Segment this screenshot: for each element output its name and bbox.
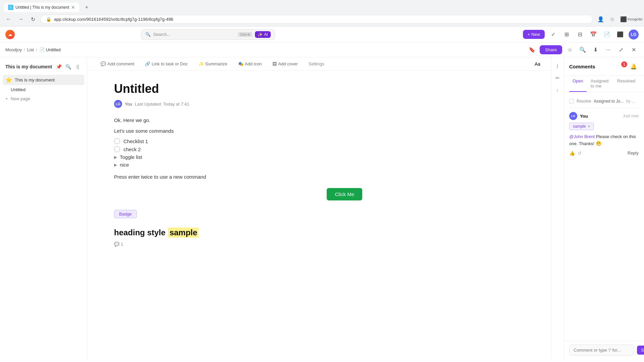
comments-title: Comments [569,64,595,69]
more-options-icon[interactable]: ··· [603,45,613,55]
bookmark-icon[interactable]: 🔖 [527,45,537,55]
forward-button[interactable]: → [16,14,25,24]
sidebar: This is my document 📌 🔍 ⟨| ⭐ This is my … [0,57,87,359]
breadcrumb-section[interactable]: List [27,47,34,52]
lock-icon: 🔒 [46,17,51,22]
summarize-label: Summarize [205,61,227,66]
close-doc-icon[interactable]: ✕ [629,45,639,55]
toggle-arrow-1[interactable]: ▶ [114,155,117,160]
header-search[interactable]: 🔍 Search... Ctrl+K ✨ AI [141,29,275,40]
summarize-button[interactable]: ✨ Summarize [196,60,230,68]
last-updated: Last Updated: Today at 7:41 [135,102,189,107]
sample-tag[interactable]: sample ▾ [569,123,594,130]
comments-header-icons: 1 🔔 [621,61,639,71]
new-tab-button[interactable]: + [82,3,91,12]
link-to-task-button[interactable]: 🔗 Link to task or Doc [142,60,191,68]
avatar[interactable]: LG [629,29,639,40]
add-comment-button[interactable]: 💬 Add comment [98,60,137,68]
sample-tag-dropdown[interactable]: ▾ [588,124,590,129]
doc-area: 💬 Add comment 🔗 Link to task or Doc ✨ Su… [87,57,551,359]
toggle-label-1: Toggle list [120,154,142,160]
react-icon[interactable]: ↺ [578,150,582,156]
comment-input[interactable] [569,345,634,356]
star-icon[interactable]: ☆ [607,14,617,24]
checkbox-2[interactable] [114,146,120,152]
extensions-icon[interactable]: ⬛ [619,14,629,24]
settings-button[interactable]: Settings [306,60,327,68]
doc-heading: heading style sample [114,228,362,238]
comment-text: @John Brent Please check on this one. Th… [569,133,639,147]
comment-actions: 👍 ↺ Reply [569,150,639,156]
ai-badge[interactable]: ✨ AI [255,31,270,38]
app-logo[interactable]: ☁ [5,30,15,39]
comments-header: Comments 1 🔔 [564,57,644,76]
reply-button[interactable]: Reply [628,150,639,156]
collapse-sidebar-icon[interactable]: ⟨| [73,63,82,71]
grid-icon[interactable]: ⊟ [575,29,585,40]
doc-icon[interactable]: 📄 [602,29,612,40]
like-icon[interactable]: 👍 [569,150,575,156]
browser-title-bar: C Untitled | This is my document ✕ + [0,0,644,12]
nav-icons: 👤 ☆ ⬛ Incognito [596,14,640,24]
new-button[interactable]: + New [523,30,545,39]
add-icon-button[interactable]: 🎭 Add icon [235,60,265,68]
incognito-label: Incognito [630,14,640,24]
share-button[interactable]: Share [540,45,562,54]
app-header: ☁ 🔍 Search... Ctrl+K ✨ AI + New ✓ ⊞ ⊟ 📅 … [0,26,644,43]
ai-label: AI [264,32,268,37]
browser-tab[interactable]: C Untitled | This is my document ✕ [4,3,79,12]
comment-count-icon: 💬 [114,242,119,247]
assigned-to: Assigned to Jo... [594,99,624,104]
back-button[interactable]: ← [4,14,13,24]
badge-button[interactable]: Badge [114,210,137,218]
click-me-button[interactable]: Click Me [327,188,362,200]
download-icon[interactable]: ⬇ [590,45,600,55]
breadcrumb-workspace[interactable]: Moodjoy [5,47,22,52]
checkbox-1[interactable] [114,138,120,144]
add-cover-button[interactable]: 🖼 Add cover [270,60,301,68]
checklist-item-2: check 2 [114,145,362,153]
collapse-right-icon[interactable]: ⟩ [553,61,562,71]
btn-row: Click Me [114,185,362,203]
star-doc-icon[interactable]: ☆ [565,45,575,55]
expand-icon[interactable]: ⤢ [616,45,626,55]
pin-icon[interactable]: 📌 [55,63,63,71]
tab-resolved[interactable]: Resolved [614,76,639,92]
table-icon[interactable]: ⊞ [561,29,572,40]
doc-title[interactable]: Untitled [114,81,362,96]
checkmark-icon[interactable]: ✓ [548,29,558,40]
add-comment-label: Add comment [107,61,134,66]
apps-icon[interactable]: ⬛ [615,29,625,40]
doc-header: Moodjoy / List / 📄 Untitled 🔖 Share ☆ 🔍 … [0,43,644,57]
new-page-button[interactable]: + New page [3,94,84,103]
doc-toolbar: 💬 Add comment 🔗 Link to task or Doc ✨ Su… [87,57,551,71]
comment-emoji: 😬 [596,141,601,146]
profile-icon[interactable]: 👤 [596,14,606,24]
address-bar[interactable]: 🔒 app.clickup.com/9016164592/v/dc/8cpfg7… [40,15,593,24]
edit-icon[interactable]: ✏ [553,73,562,83]
sidebar-item-untitled[interactable]: Untitled [3,85,84,94]
send-button[interactable]: Send [637,346,644,355]
tab-open[interactable]: Open [569,76,587,92]
new-page-label: New page [11,96,31,101]
bell-icon[interactable]: 🔔 [629,61,639,71]
badge-container: Badge [114,207,362,221]
tab-assigned[interactable]: Assigned to me [587,76,613,92]
toggle-arrow-2[interactable]: ▶ [114,163,117,167]
tab-close-icon[interactable]: ✕ [71,5,75,10]
share-right-icon[interactable]: ↑ [553,85,562,95]
search-sidebar-icon[interactable]: 🔍 [64,63,72,71]
resolve-checkbox[interactable] [569,99,574,104]
toggle-item-2: ▶ nice [114,161,362,169]
comments-tabs: Open Assigned to me Resolved [564,76,644,92]
sidebar-item-document[interactable]: ⭐ This is my document [3,75,84,85]
cover-icon: 🖼 [272,61,277,66]
calendar-icon[interactable]: 📅 [588,29,598,40]
right-icons-strip: ⟩ ✏ ↑ [551,57,564,359]
add-cover-label: Add cover [278,61,298,66]
heading-highlight: sample [168,228,199,238]
reload-button[interactable]: ↻ [28,14,38,24]
search-doc-icon[interactable]: 🔍 [578,45,588,55]
tab-favicon: C [8,5,13,10]
toggle-item-1: ▶ Toggle list [114,153,362,161]
